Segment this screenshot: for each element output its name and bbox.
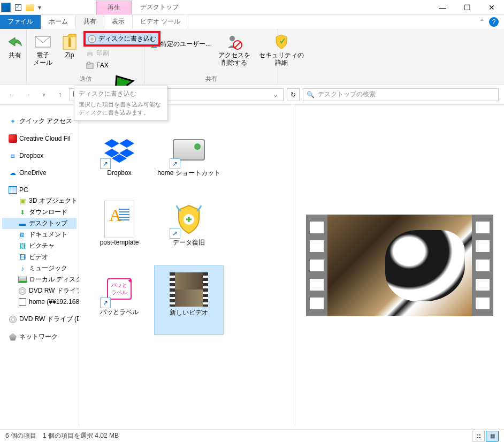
file-dropbox[interactable]: ↗ Dropbox [85, 126, 154, 196]
shortcut-overlay-icon: ↗ [100, 158, 111, 169]
tree-pc[interactable]: PC [2, 185, 77, 195]
file-new-video[interactable]: 新しいビデオ [154, 265, 224, 335]
onedrive-icon: ☁ [9, 169, 17, 177]
burn-disc-button[interactable]: ディスクに書き込む [83, 31, 161, 47]
tree-dropbox[interactable]: ⧈Dropbox [2, 150, 77, 161]
search-input[interactable]: 🔍 デスクトップの検索 [303, 88, 499, 101]
tree-documents[interactable]: 🗎ドキュメント [2, 229, 77, 240]
desktop-icon: ▬ [18, 219, 27, 228]
file-list[interactable]: ↗ Dropbox ↗ home ショートカット post-template ↗ [79, 105, 295, 426]
document-icon: 🗎 [18, 231, 27, 239]
minimize-button[interactable]: — [430, 0, 455, 15]
group-label-share: 共有 [148, 74, 274, 83]
download-icon: ⬇ [18, 208, 27, 217]
tree-downloads[interactable]: ⬇ダウンロード [2, 207, 77, 218]
svg-rect-6 [88, 50, 91, 52]
navigation-tree[interactable]: ✦クイック アクセス Creative Cloud Fil ⧈Dropbox ☁… [0, 105, 79, 426]
video-preview [306, 215, 493, 316]
refresh-button[interactable]: ↻ [287, 88, 300, 101]
maximize-button[interactable]: ☐ [455, 0, 479, 15]
tree-onedrive[interactable]: ☁OneDrive [2, 167, 77, 178]
file-post-template[interactable]: post-template [85, 196, 154, 265]
file-patto-label[interactable]: パッとラベル ↗ パッとラベル [85, 265, 154, 335]
svg-rect-2 [68, 37, 71, 47]
tab-share[interactable]: 共有 [76, 15, 104, 29]
nav-back-button[interactable]: ← [5, 88, 18, 101]
disc-icon [88, 35, 96, 43]
tree-dvd-rw[interactable]: DVD RW ドライブ [2, 285, 77, 296]
tooltip: ディスクに書き込む 選択した項目を書き込み可能なディスクに書き込みます。 [74, 86, 168, 121]
network-icon [9, 333, 17, 341]
tree-music[interactable]: ♪ミュージック [2, 263, 77, 274]
status-item-count: 6 個の項目 [5, 431, 36, 440]
tab-file[interactable]: ファイル [0, 15, 41, 29]
svg-point-4 [91, 38, 93, 40]
svg-rect-7 [88, 55, 91, 57]
fax-icon [86, 61, 94, 70]
tree-pictures[interactable]: 🖼ピクチャ [2, 240, 77, 252]
view-icons-button[interactable]: ▦ [486, 431, 499, 441]
tab-video-tools[interactable]: ビデオ ツール [133, 15, 188, 29]
qat-properties[interactable] [13, 2, 24, 13]
document-template-icon [104, 201, 134, 238]
tab-home[interactable]: ホーム [41, 15, 76, 29]
qat-dropdown[interactable]: ▾ [36, 2, 43, 13]
creative-cloud-icon [9, 134, 17, 143]
help-icon[interactable]: ? [489, 17, 499, 27]
hdd-icon [173, 139, 205, 161]
tree-local-disk[interactable]: ローカル ディスク (C [2, 274, 77, 285]
label-app-icon: パッとラベル [107, 278, 132, 300]
remove-access-button[interactable]: アクセスを 削除する [215, 31, 254, 69]
dropbox-icon: ⧈ [9, 151, 17, 160]
dvd-icon [9, 315, 17, 324]
zip-button[interactable]: Zip [58, 31, 81, 61]
shortcut-overlay-icon: ↗ [100, 298, 111, 308]
cube-icon: ▣ [18, 197, 27, 205]
email-button[interactable]: 電子 メール [30, 31, 56, 69]
file-data-recovery[interactable]: ↗ データ復旧 [154, 196, 224, 265]
tree-videos[interactable]: 🎞ビデオ [2, 252, 77, 263]
system-menu-icon[interactable] [1, 3, 11, 12]
nav-up-button[interactable]: ↑ [54, 88, 66, 101]
tree-desktop[interactable]: ▬デスクトップ [2, 218, 77, 229]
context-tab-play[interactable]: 再生 [96, 1, 132, 14]
tree-network[interactable]: ネットワーク [2, 331, 77, 342]
status-selection: 1 個の項目を選択 4.02 MB [43, 431, 119, 440]
pc-icon [9, 186, 17, 194]
nav-recent-dropdown[interactable]: ▾ [37, 88, 50, 101]
svg-rect-9 [88, 62, 90, 64]
qat-newfolder[interactable] [25, 2, 35, 13]
printer-icon [86, 49, 94, 58]
file-home-shortcut[interactable]: ↗ home ショートカット [154, 126, 224, 196]
picture-icon: 🖼 [18, 242, 27, 250]
address-dropdown[interactable]: ⌄ [270, 89, 281, 101]
close-button[interactable]: ✕ [479, 0, 504, 15]
security-details-button[interactable]: セキュリティの 詳細 [256, 31, 307, 69]
disk-icon [18, 276, 27, 284]
tree-home-network[interactable]: home (¥¥192.168 [2, 296, 77, 307]
svg-line-14 [234, 42, 241, 48]
tree-quick-access[interactable]: ✦クイック アクセス [2, 116, 77, 127]
tree-3d-objects[interactable]: ▣3D オブジェクト [2, 195, 77, 207]
video-thumbnail-icon [170, 272, 208, 307]
svg-point-12 [230, 36, 235, 41]
chevron-up-icon[interactable]: ⌃ [479, 18, 485, 26]
preview-pane [295, 105, 504, 426]
tree-dvd-rw-d[interactable]: DVD RW ドライブ (D [2, 314, 77, 325]
search-icon: 🔍 [307, 91, 315, 98]
shortcut-overlay-icon: ↗ [170, 158, 180, 169]
network-drive-icon [18, 298, 27, 306]
video-icon: 🎞 [18, 253, 27, 262]
share-button[interactable]: 共有 [3, 31, 27, 61]
window-title: デスクトップ [132, 1, 187, 14]
tree-creative-cloud[interactable]: Creative Cloud Fil [2, 133, 77, 144]
tab-view[interactable]: 表示 [104, 15, 133, 29]
dvd-icon [18, 287, 27, 295]
star-icon: ✦ [9, 117, 17, 126]
music-icon: ♪ [18, 264, 27, 273]
nav-forward-button[interactable]: → [21, 88, 34, 101]
shortcut-overlay-icon: ↗ [170, 228, 180, 239]
view-details-button[interactable]: ☷ [472, 431, 485, 441]
